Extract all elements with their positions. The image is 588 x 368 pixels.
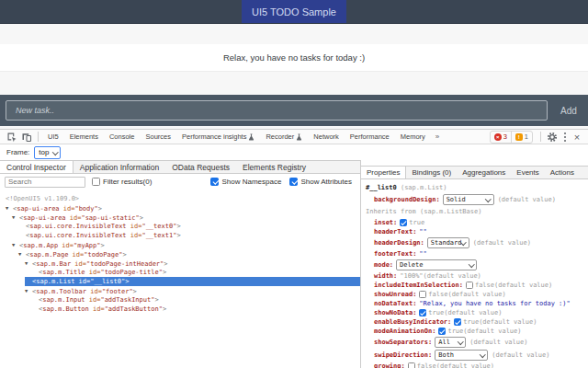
property-value: false <box>428 290 447 299</box>
property-select-backgrounddesign[interactable]: Solid <box>443 194 494 205</box>
tree-node-body[interactable]: ▼<sap-ui-area id="body"> <box>6 203 360 213</box>
expand-arrow-icon[interactable]: ▼ <box>12 213 19 222</box>
experiment-flask-icon <box>296 133 302 141</box>
device-toolbar-icon[interactable] <box>20 131 33 144</box>
tree-node-todoPage-title[interactable]: <sap.m.Title id="todoPage-title"> <box>31 268 360 277</box>
property-row-shownodata: showNoData:true (default value) <box>366 308 588 317</box>
tree-tag-name: sap.m.Title <box>42 269 85 276</box>
tree-node-todoPage-intHeader[interactable]: ▼<sap.m.Bar id="todoPage-intHeader"> <box>25 259 360 268</box>
more-tabs-chevron[interactable]: » <box>431 132 444 141</box>
tree-node-sap-ui-static[interactable]: ▼<sap-ui-area id="sap-ui-static"> <box>12 213 360 222</box>
devtools-tab-console[interactable]: Console <box>104 130 141 144</box>
tree-tag-name: sap-ui-area <box>17 205 59 213</box>
tree-node-__text1[interactable]: <sap.ui.core.InvisibleText id="__text1"> <box>18 231 360 240</box>
tree-node-footer[interactable]: ▼<sap.m.Toolbar id="footer"> <box>25 286 360 295</box>
tree-attr-value: "body" <box>74 205 97 213</box>
property-checkbox-growing[interactable] <box>408 362 415 368</box>
property-value: true <box>409 218 424 227</box>
devtools-tab-ui5[interactable]: UI5 <box>42 130 64 144</box>
tree-node-root-comment[interactable]: <!OpenUI5 v1.109.0> <box>6 194 360 203</box>
frame-select[interactable]: top <box>34 146 61 159</box>
tree-node-addTaskInput[interactable]: <sap.m.Input id="addTaskInput"> <box>31 295 360 305</box>
filter-results-group[interactable]: Filter results(0) <box>92 178 152 186</box>
inspector-tab-odata-requests[interactable]: OData Requests <box>165 161 236 173</box>
inspector-tab-application-information[interactable]: Application Information <box>74 161 165 173</box>
property-value: false <box>475 281 494 290</box>
show-attributes-group[interactable]: Show Attributes <box>289 178 352 186</box>
property-select-mode[interactable]: Delete <box>396 259 477 270</box>
tree-punctuation: > <box>154 296 158 304</box>
devtools-tab-recorder[interactable]: Recorder <box>260 130 308 144</box>
properties-list: #__list0 (sap.m.List)backgroundDesign:So… <box>361 179 588 368</box>
property-checkbox-includeiteminselection[interactable] <box>466 282 473 289</box>
expand-arrow-icon[interactable]: ▼ <box>12 240 19 249</box>
show-namespace-checkbox[interactable] <box>210 178 219 186</box>
devtools-tab-performance-insights[interactable]: Performance insights <box>176 130 260 144</box>
property-name: showUnread: <box>374 290 416 299</box>
frame-select-value: top <box>39 148 49 156</box>
tree-attr-value: "todoPage" <box>84 251 122 259</box>
property-select-showseparators[interactable]: All <box>435 337 466 348</box>
properties-tab-bindings-0[interactable]: Bindings (0) <box>406 167 457 178</box>
settings-gear-icon[interactable] <box>546 131 559 144</box>
properties-tab-events[interactable]: Events <box>511 167 544 178</box>
filter-results-checkbox[interactable] <box>92 178 100 186</box>
show-namespace-group[interactable]: Show Namespace <box>210 178 281 186</box>
default-value-suffix: (default value) <box>498 195 556 204</box>
tree-tag-name: sap.ui.core.InvisibleText <box>29 232 126 239</box>
tree-node-__list0[interactable]: <sap.m.List id="__list0"> <box>25 277 360 286</box>
tree-node-__text0[interactable]: <sap.ui.core.InvisibleText id="__text0"> <box>18 222 360 231</box>
show-attributes-checkbox[interactable] <box>289 178 298 186</box>
properties-tab-actions[interactable]: Actions <box>545 167 580 178</box>
property-checkbox-showunread[interactable] <box>419 291 426 298</box>
devtools-tab-performance[interactable]: Performance <box>345 130 395 144</box>
property-checkbox-shownodata[interactable] <box>419 309 426 316</box>
property-checkbox-inset[interactable] <box>400 219 407 226</box>
properties-tab-properties[interactable]: Properties <box>361 167 406 178</box>
property-select-swipedirection[interactable]: Both <box>435 350 488 361</box>
inspector-tab-control-inspector[interactable]: Control Inspector <box>0 161 74 173</box>
devtools-tab-memory[interactable]: Memory <box>395 130 431 144</box>
tree-attr-value: "footer" <box>102 288 133 295</box>
default-value-suffix: (default value) <box>479 317 537 327</box>
devtools-tab-strip: UI5ElementsConsoleSourcesPerformance ins… <box>42 130 431 144</box>
property-value: true <box>428 308 444 317</box>
devtools-tab-elements[interactable]: Elements <box>64 130 104 144</box>
devtools-tab-network[interactable]: Network <box>308 130 345 144</box>
warning-badge[interactable]: ! 1 <box>511 132 532 143</box>
devtools-tab-sources[interactable]: Sources <box>140 130 176 144</box>
tree-attr-name: id= <box>71 260 86 268</box>
property-value: true <box>447 327 463 336</box>
property-name: headerText: <box>374 227 416 236</box>
tree-node-addTaskButton[interactable]: <sap.m.Button id="addTaskButton"> <box>31 305 360 314</box>
screen: UI5 TODO Sample Relax, you have no tasks… <box>0 0 588 368</box>
close-devtools-icon[interactable]: × <box>571 131 583 144</box>
frame-label: Frame: <box>6 148 29 156</box>
expand-arrow-icon[interactable]: ▼ <box>25 286 32 295</box>
search-input[interactable] <box>5 177 85 188</box>
new-task-input[interactable]: New task.. <box>6 100 548 121</box>
error-badge[interactable]: × 3 <box>491 132 511 143</box>
properties-tab-aggregations[interactable]: Aggregations <box>457 167 511 178</box>
expand-arrow-icon[interactable]: ▼ <box>6 203 13 213</box>
add-task-button[interactable]: Add <box>555 106 582 116</box>
property-select-headerdesign[interactable]: Standard <box>427 237 469 248</box>
property-name: width: <box>374 271 397 281</box>
filter-results-label: Filter results(0) <box>103 178 152 186</box>
expand-arrow-icon[interactable]: ▼ <box>25 259 32 268</box>
property-checkbox-modeanimationon[interactable] <box>438 328 446 335</box>
tree-tag-name: sap.m.Input <box>42 296 85 304</box>
error-count: 3 <box>503 132 507 141</box>
property-value: "Relax, you have no tasks for today :)" <box>419 299 570 308</box>
inspect-element-icon[interactable] <box>6 131 18 144</box>
property-name: noDataText: <box>374 299 416 308</box>
property-checkbox-enablebusyindicator[interactable] <box>454 318 461 326</box>
tree-node-myApp[interactable]: ▼<sap.m.App id="myApp"> <box>12 240 360 249</box>
property-name: enableBusyIndicator: <box>374 317 451 327</box>
expand-arrow-icon[interactable]: ▼ <box>18 249 26 259</box>
kebab-menu-icon[interactable] <box>560 131 571 144</box>
devtools-tab-label: Elements <box>70 132 98 141</box>
tree-node-todoPage[interactable]: ▼<sap.m.Page id="todoPage"> <box>18 249 360 259</box>
inspector-tab-elements-registry[interactable]: Elements Registry <box>236 161 312 173</box>
tree-tag-name: sap.m.Bar <box>36 260 71 268</box>
